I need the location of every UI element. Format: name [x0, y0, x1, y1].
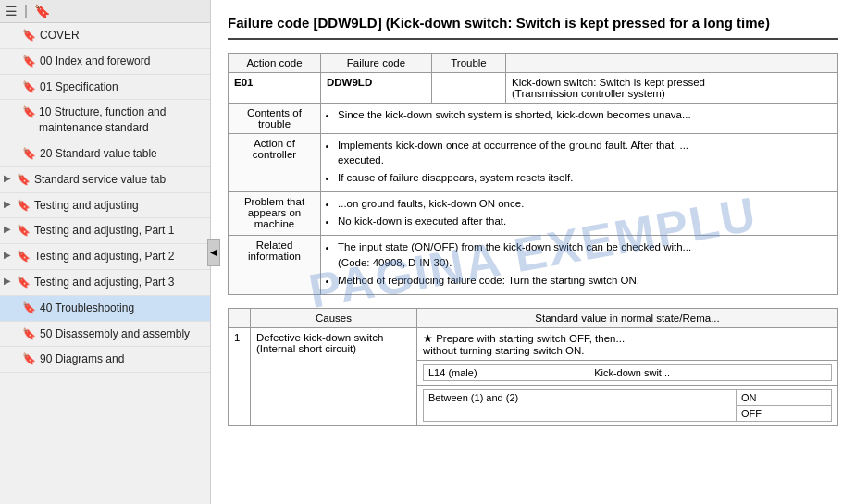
trouble-cell — [432, 73, 506, 104]
bookmark-icon: 🔖 — [22, 147, 36, 160]
sidebar-item-testing-adj-1[interactable]: ▶ 🔖 Testing and adjusting, Part 1 — [0, 218, 210, 244]
sidebar-item-50-disassembly[interactable]: 🔖 50 Disassembly and assembly — [0, 322, 210, 348]
sidebar-item-label: 00 Index and foreword — [40, 54, 150, 69]
bookmark-icon: 🔖 — [22, 301, 36, 314]
sidebar-item-label: 20 Standard value table — [40, 146, 157, 162]
standard-value-header: Standard value in normal state/Rema... — [417, 308, 838, 327]
menu-icon[interactable]: ☰ — [6, 4, 18, 18]
sidebar-item-label: 01 Specification — [40, 80, 118, 95]
sidebar-item-label: 50 Disassembly and assembly — [40, 326, 190, 342]
failure-code-value: DDW9LD — [321, 73, 432, 104]
arrow-placeholder — [9, 352, 19, 363]
description-header — [506, 54, 838, 73]
arrow-placeholder — [9, 29, 19, 39]
action-controller-value: Implements kick-down once at occurrence … — [321, 134, 838, 192]
contents-trouble-header: Contents oftrouble — [229, 104, 321, 134]
sidebar-item-label: Testing and adjusting, Part 1 — [34, 223, 174, 239]
sidebar-item-testing-adj-3[interactable]: ▶ 🔖 Testing and adjusting, Part 3 — [0, 270, 210, 296]
bookmark-icon: 🔖 — [17, 250, 31, 263]
bookmark-icon: 🔖 — [22, 327, 36, 340]
sidebar-item-90-diagrams[interactable]: 🔖 90 Diagrams and — [0, 347, 210, 373]
bookmark-icon: 🔖 — [17, 224, 31, 237]
sidebar-item-01-spec[interactable]: 🔖 01 Specification — [0, 75, 210, 101]
arrow-placeholder — [9, 301, 19, 312]
trouble-description: Kick-down switch: Switch is kept pressed… — [506, 73, 838, 104]
expand-arrow-icon: ▶ — [4, 224, 13, 234]
sidebar-item-cover[interactable]: 🔖 COVER — [0, 23, 210, 49]
sidebar-collapse-button[interactable]: ◀ — [207, 239, 220, 266]
action-code-header: Action code — [229, 54, 321, 73]
sidebar-item-label: 40 Troubleshooting — [40, 301, 134, 316]
page-title: Failure code [DDW9LD] (Kick-down switch:… — [228, 13, 838, 40]
cause-num-1: 1 — [229, 327, 251, 425]
causes-header: Causes — [251, 308, 417, 327]
sidebar-item-40-trouble[interactable]: 🔖 40 Troubleshooting — [0, 296, 210, 322]
sidebar-item-std-service[interactable]: ▶ 🔖 Standard service value tab — [0, 167, 210, 193]
causes-table: Causes Standard value in normal state/Re… — [228, 308, 838, 426]
action-code-value: E01 — [229, 73, 321, 104]
action-controller-header: Action ofcontroller — [229, 134, 321, 192]
sidebar-item-label: Testing and adjusting, Part 2 — [34, 249, 174, 264]
sidebar-item-label: Testing and adjusting — [34, 198, 139, 214]
failure-info-table: Action code Failure code Trouble E01 DDW… — [228, 53, 838, 295]
arrow-placeholder — [9, 147, 19, 157]
causes-num-header — [229, 308, 251, 327]
sidebar: ☰ 🔖 🔖 COVER 🔖 00 Index and foreword 🔖 01… — [0, 0, 211, 504]
bookmark-icon: 🔖 — [22, 352, 36, 365]
problem-machine-header: Problem thatappears onmachine — [229, 192, 321, 236]
sidebar-toolbar: ☰ 🔖 — [0, 0, 210, 23]
bookmark-toolbar-icon[interactable]: 🔖 — [34, 4, 50, 18]
trouble-header: Trouble — [432, 54, 506, 73]
bookmark-icon: 🔖 — [22, 80, 36, 93]
sidebar-item-10-structure[interactable]: 🔖 10 Structure, function and maintenance… — [0, 100, 210, 141]
failure-code-header: Failure code — [321, 54, 432, 73]
arrow-placeholder — [9, 55, 19, 65]
related-info-header: Relatedinformation — [229, 236, 321, 294]
arrow-placeholder — [9, 105, 19, 116]
sidebar-item-testing-adj-2[interactable]: ▶ 🔖 Testing and adjusting, Part 2 — [0, 244, 210, 270]
expand-arrow-icon: ▶ — [4, 173, 13, 183]
bookmark-icon: 🔖 — [22, 29, 36, 42]
bookmark-icon: 🔖 — [17, 173, 31, 186]
bookmark-icon: 🔖 — [17, 199, 31, 212]
sidebar-item-testing-adj[interactable]: ▶ 🔖 Testing and adjusting — [0, 193, 210, 219]
cause-standard-1c: Between (1) and (2) ON OFF — [417, 385, 838, 425]
sidebar-item-20-standard[interactable]: 🔖 20 Standard value table — [0, 141, 210, 167]
bookmark-icon: 🔖 — [22, 105, 35, 118]
arrow-placeholder — [9, 80, 19, 91]
sidebar-item-label: Testing and adjusting, Part 3 — [34, 275, 174, 290]
expand-arrow-icon: ▶ — [4, 250, 13, 260]
bookmark-icon: 🔖 — [17, 276, 31, 289]
sidebar-item-label: COVER — [40, 28, 80, 43]
main-content: PAGINA EXEMPLU Failure code [DDW9LD] (Ki… — [211, 0, 855, 504]
sidebar-item-00-index[interactable]: 🔖 00 Index and foreword — [0, 49, 210, 75]
cause-description-1: Defective kick-down switch(Internal shor… — [251, 327, 417, 425]
sidebar-item-label: Standard service value tab — [34, 172, 166, 188]
sidebar-item-label: 10 Structure, function and maintenance s… — [39, 104, 204, 136]
contents-trouble-value: Since the kick-down switch system is sho… — [321, 104, 838, 134]
related-info-value: The input state (ON/OFF) from the kick-d… — [321, 236, 838, 294]
problem-machine-value: ...on ground faults, kick-down ON once. … — [321, 192, 838, 236]
expand-arrow-icon: ▶ — [4, 276, 13, 286]
sidebar-nav-list: 🔖 COVER 🔖 00 Index and foreword 🔖 01 Spe… — [0, 23, 210, 504]
expand-arrow-icon: ▶ — [4, 199, 13, 209]
cause-standard-1a: ★ Prepare with starting switch OFF, then… — [417, 327, 838, 360]
bookmark-icon: 🔖 — [22, 55, 36, 68]
sidebar-item-label: 90 Diagrams and — [40, 351, 124, 367]
arrow-placeholder — [9, 327, 19, 338]
cause-standard-1b: L14 (male) Kick-down swit... — [417, 360, 838, 385]
